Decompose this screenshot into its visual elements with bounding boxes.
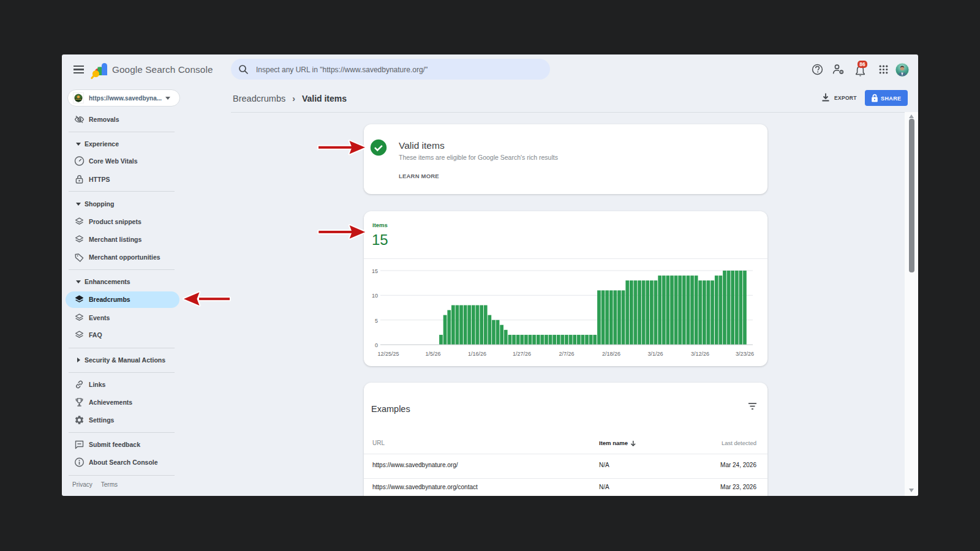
svg-text:2/7/26: 2/7/26 <box>559 351 574 357</box>
svg-text:3/12/26: 3/12/26 <box>691 351 709 357</box>
svg-text:1/16/26: 1/16/26 <box>468 351 486 357</box>
svg-text:12/25/25: 12/25/25 <box>377 351 399 357</box>
svg-text:1/5/26: 1/5/26 <box>425 351 440 357</box>
svg-text:10: 10 <box>372 293 378 299</box>
svg-text:15: 15 <box>372 268 378 274</box>
svg-text:1/27/26: 1/27/26 <box>513 351 531 357</box>
svg-text:2/18/26: 2/18/26 <box>602 351 620 357</box>
svg-text:3/23/26: 3/23/26 <box>736 351 754 357</box>
svg-text:3/1/26: 3/1/26 <box>647 351 663 357</box>
svg-text:0: 0 <box>375 342 378 348</box>
svg-text:5: 5 <box>375 318 378 324</box>
